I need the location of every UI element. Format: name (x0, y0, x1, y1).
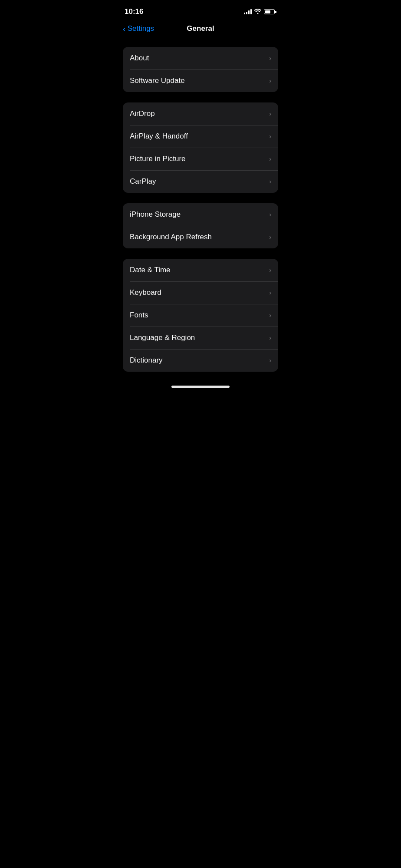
fonts-item[interactable]: Fonts › (123, 304, 278, 327)
airdrop-chevron-icon: › (269, 110, 271, 117)
carplay-label: CarPlay (130, 177, 156, 186)
back-button[interactable]: ‹ Settings (123, 24, 154, 33)
fonts-chevron-icon: › (269, 312, 271, 319)
dictionary-chevron-icon: › (269, 357, 271, 364)
dictionary-item[interactable]: Dictionary › (123, 349, 278, 372)
section-4: Date & Time › Keyboard › Fonts › Languag… (123, 259, 278, 372)
carplay-item[interactable]: CarPlay › (123, 170, 278, 193)
airplay-handoff-label: AirPlay & Handoff (130, 132, 188, 141)
airdrop-label: AirDrop (130, 109, 155, 118)
language-region-item[interactable]: Language & Region › (123, 327, 278, 349)
section-2: AirDrop › AirPlay & Handoff › Picture in… (123, 102, 278, 193)
keyboard-item[interactable]: Keyboard › (123, 281, 278, 304)
back-chevron-icon: ‹ (123, 24, 126, 33)
status-time: 10:16 (125, 7, 143, 16)
background-app-refresh-label: Background App Refresh (130, 233, 212, 241)
iphone-storage-item[interactable]: iPhone Storage › (123, 203, 278, 226)
dictionary-label: Dictionary (130, 356, 163, 365)
section-1: About › Software Update › (123, 47, 278, 92)
date-time-label: Date & Time (130, 266, 171, 274)
software-update-label: Software Update (130, 76, 185, 85)
software-update-chevron-icon: › (269, 77, 271, 84)
language-region-chevron-icon: › (269, 334, 271, 341)
fonts-label: Fonts (130, 311, 148, 320)
status-bar: 10:16 (116, 0, 285, 21)
date-time-chevron-icon: › (269, 267, 271, 274)
picture-in-picture-label: Picture in Picture (130, 155, 186, 163)
settings-content: About › Software Update › AirDrop › AirP… (116, 40, 285, 372)
back-button-label: Settings (128, 24, 154, 33)
battery-icon (264, 9, 276, 14)
home-indicator (116, 382, 285, 393)
iphone-storage-chevron-icon: › (269, 211, 271, 218)
airplay-handoff-item[interactable]: AirPlay & Handoff › (123, 125, 278, 148)
background-app-refresh-item[interactable]: Background App Refresh › (123, 226, 278, 248)
section-3: iPhone Storage › Background App Refresh … (123, 203, 278, 248)
about-item[interactable]: About › (123, 47, 278, 69)
wifi-icon (254, 9, 261, 15)
airdrop-item[interactable]: AirDrop › (123, 102, 278, 125)
background-app-refresh-chevron-icon: › (269, 234, 271, 241)
page-title: General (187, 24, 214, 33)
status-icons (244, 9, 276, 15)
airplay-handoff-chevron-icon: › (269, 133, 271, 140)
carplay-chevron-icon: › (269, 178, 271, 185)
signal-icon (244, 9, 252, 14)
date-time-item[interactable]: Date & Time › (123, 259, 278, 281)
home-bar (171, 386, 230, 388)
keyboard-chevron-icon: › (269, 289, 271, 296)
software-update-item[interactable]: Software Update › (123, 69, 278, 92)
picture-in-picture-chevron-icon: › (269, 155, 271, 162)
language-region-label: Language & Region (130, 333, 195, 342)
nav-bar: ‹ Settings General (116, 21, 285, 40)
keyboard-label: Keyboard (130, 288, 161, 297)
about-chevron-icon: › (269, 55, 271, 62)
about-label: About (130, 54, 149, 63)
picture-in-picture-item[interactable]: Picture in Picture › (123, 148, 278, 170)
iphone-storage-label: iPhone Storage (130, 210, 181, 219)
